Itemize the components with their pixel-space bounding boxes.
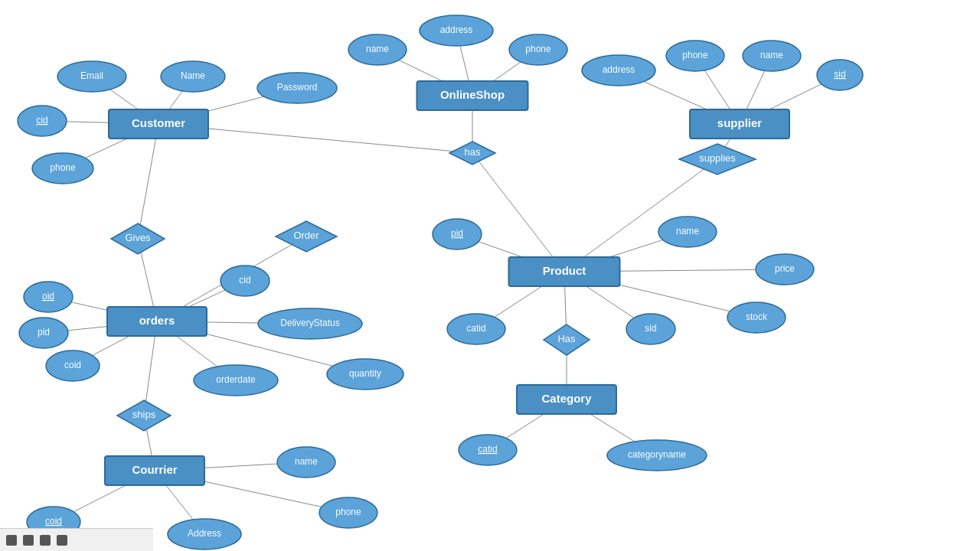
svg-text:Password: Password xyxy=(277,82,318,93)
toolbar-icon-1[interactable] xyxy=(6,535,17,546)
svg-text:Order: Order xyxy=(293,230,319,241)
svg-text:orderdate: orderdate xyxy=(216,374,256,385)
svg-line-16 xyxy=(564,159,717,272)
attribute-attr_pid_ord: pid xyxy=(19,318,68,348)
svg-text:price: price xyxy=(775,263,795,274)
relationship-has2: Has xyxy=(544,324,590,355)
relationship-has: has xyxy=(449,142,495,165)
svg-text:name: name xyxy=(295,456,318,467)
svg-text:catid: catid xyxy=(478,444,497,455)
svg-text:phone: phone xyxy=(50,162,76,173)
svg-text:address: address xyxy=(603,64,635,75)
svg-text:pid: pid xyxy=(451,228,463,239)
svg-text:name: name xyxy=(676,226,699,236)
attribute-attr_stock: stock xyxy=(727,302,786,333)
attribute-attr_oid: oid xyxy=(24,282,73,312)
attribute-attr_name_cour: name xyxy=(277,447,335,478)
svg-text:OnlineShop: OnlineShop xyxy=(440,88,505,101)
svg-text:phone: phone xyxy=(335,507,361,517)
svg-text:Courrier: Courrier xyxy=(132,463,177,476)
attribute-attr_orderdate: orderdate xyxy=(194,365,278,396)
attribute-attr_name_sup: name xyxy=(743,41,801,71)
attribute-attr_phone_cour: phone xyxy=(319,497,377,528)
attribute-attr_address_cour: Address xyxy=(168,519,241,549)
svg-text:categoryname: categoryname xyxy=(628,449,686,460)
toolbar-icon-3[interactable] xyxy=(40,535,51,546)
svg-text:phone: phone xyxy=(682,50,708,60)
er-diagram: EmailNamecidphonePasswordaddressnamephon… xyxy=(0,0,980,551)
attribute-attr_name_prod: name xyxy=(658,217,717,247)
svg-text:Product: Product xyxy=(543,264,586,277)
attribute-attr_name_shop: name xyxy=(348,34,407,65)
svg-text:oid: oid xyxy=(42,291,54,302)
toolbar-icon-4[interactable] xyxy=(57,535,67,546)
relationship-gives: Gives xyxy=(111,223,165,254)
svg-text:orders: orders xyxy=(139,314,175,327)
attribute-attr_quantity: quantity xyxy=(327,359,403,390)
relationship-ships: ships xyxy=(117,400,171,431)
svg-text:Email: Email xyxy=(80,70,103,81)
attribute-attr_cid: cid xyxy=(18,106,67,136)
svg-text:name: name xyxy=(366,44,389,54)
attribute-attr_sid_prod: sid xyxy=(626,314,675,344)
entity-category: Category xyxy=(517,385,616,414)
relationship-order: Order xyxy=(276,221,337,252)
entity-product: Product xyxy=(509,257,620,286)
attribute-attr_address_shop: address xyxy=(420,15,493,46)
relationship-supplies: supplies xyxy=(679,144,756,174)
svg-text:phone: phone xyxy=(525,44,551,54)
attribute-attr_name_cust: Name xyxy=(161,61,225,92)
attribute-attr_cid_ord: cid xyxy=(220,266,270,296)
svg-line-17 xyxy=(138,124,158,239)
svg-text:Category: Category xyxy=(541,392,592,405)
entity-onlineshop: OnlineShop xyxy=(417,81,528,110)
svg-text:Address: Address xyxy=(188,528,221,539)
svg-text:pid: pid xyxy=(38,327,50,337)
entity-customer: Customer xyxy=(109,109,208,139)
svg-text:sid: sid xyxy=(834,69,845,80)
attribute-attr_catid_cat: catid xyxy=(459,435,517,465)
entity-orders: orders xyxy=(107,307,207,336)
entity-supplier: supplier xyxy=(690,109,789,139)
svg-text:catid: catid xyxy=(466,323,485,334)
svg-text:sid: sid xyxy=(645,323,656,334)
svg-text:ships: ships xyxy=(132,409,156,420)
svg-text:cid: cid xyxy=(239,275,250,285)
svg-text:coid: coid xyxy=(64,360,81,370)
svg-text:Customer: Customer xyxy=(132,116,185,129)
svg-text:name: name xyxy=(760,50,783,60)
svg-line-15 xyxy=(472,153,564,272)
attribute-attr_coid: coid xyxy=(46,350,100,381)
svg-text:Name: Name xyxy=(181,70,205,81)
attribute-attr_address_sup: address xyxy=(582,55,655,86)
svg-text:Has: Has xyxy=(557,333,576,344)
attribute-attr_categoryname: categoryname xyxy=(607,440,707,471)
attribute-attr_password: Password xyxy=(257,73,337,103)
attribute-attr_sid_sup: sid xyxy=(817,60,863,90)
svg-text:Gives: Gives xyxy=(125,232,151,243)
attribute-attr_email: Email xyxy=(57,61,126,92)
svg-text:DeliveryStatus: DeliveryStatus xyxy=(280,318,339,328)
attribute-attr_pid: pid xyxy=(433,219,482,249)
toolbar xyxy=(0,528,153,551)
toolbar-icon-2[interactable] xyxy=(23,535,34,546)
svg-text:coid: coid xyxy=(45,516,62,527)
attribute-attr_catid_prod: catid xyxy=(447,314,505,344)
attribute-attr_phone_cust: phone xyxy=(32,153,93,184)
attribute-attr_price: price xyxy=(756,254,814,285)
svg-text:stock: stock xyxy=(746,311,768,322)
svg-text:supplies: supplies xyxy=(699,152,736,164)
entity-courrier: Courrier xyxy=(105,456,204,485)
attribute-attr_phone_shop: phone xyxy=(509,34,567,65)
svg-text:quantity: quantity xyxy=(349,368,381,379)
svg-text:supplier: supplier xyxy=(717,116,763,129)
attribute-attr_phone_sup: phone xyxy=(666,41,724,71)
svg-text:has: has xyxy=(465,146,481,158)
attribute-attr_deliverystatus: DeliveryStatus xyxy=(258,308,362,339)
svg-text:cid: cid xyxy=(36,115,47,126)
svg-text:address: address xyxy=(440,24,473,35)
